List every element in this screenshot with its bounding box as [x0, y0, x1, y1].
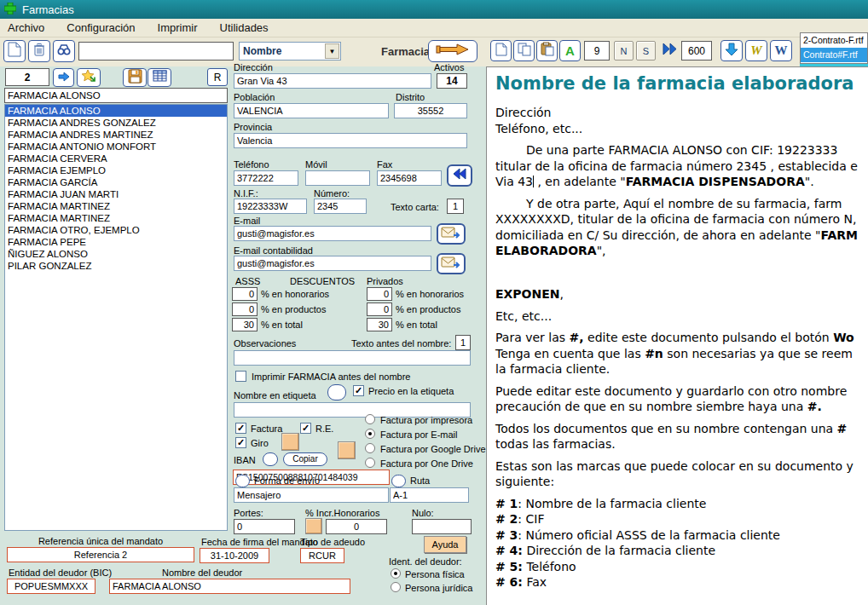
adeudo-input[interactable] — [300, 548, 344, 563]
list-item[interactable]: Contrato#F.rtf — [801, 48, 867, 62]
font-button[interactable]: A — [559, 40, 581, 61]
copy-button[interactable] — [513, 40, 535, 61]
direccion-input[interactable] — [234, 73, 431, 89]
word-blue-icon: W — [775, 43, 788, 58]
factura-checkbox[interactable] — [235, 423, 246, 434]
word-export-button[interactable]: W — [745, 40, 767, 61]
persona-fisica-radio[interactable] — [391, 568, 401, 579]
incr-config-button[interactable] — [305, 518, 322, 534]
etiqueta-options-button[interactable] — [327, 384, 346, 400]
telefono-input[interactable] — [234, 170, 298, 186]
imprimir-checkbox[interactable] — [235, 371, 246, 382]
r-button[interactable]: R — [207, 68, 228, 86]
favorite-button[interactable] — [77, 68, 101, 87]
new-doc-button[interactable] — [490, 40, 512, 61]
list-item[interactable]: FARMACIA ANDRES MARTINEZ — [5, 129, 227, 141]
send-email-cont-button[interactable] — [437, 253, 466, 274]
go-farmacias-button[interactable] — [428, 40, 477, 62]
giro-config-button[interactable] — [281, 433, 299, 451]
search-input[interactable] — [78, 42, 234, 60]
provincia-input[interactable] — [234, 133, 467, 148]
iban-toggle-button[interactable] — [263, 452, 278, 466]
poblacion-input[interactable] — [234, 103, 389, 118]
movil-input[interactable] — [305, 170, 370, 186]
persona-juridica-radio[interactable] — [391, 582, 401, 592]
list-item[interactable]: FARMACIA CERVERA — [5, 153, 227, 164]
word-open-button[interactable]: W — [770, 40, 792, 61]
entidad-input[interactable] — [7, 579, 95, 594]
deudor-input[interactable] — [109, 579, 350, 594]
incr-input[interactable] — [326, 519, 387, 534]
asss-total-value[interactable]: 30 — [232, 318, 258, 331]
envio-input[interactable] — [234, 487, 389, 503]
fax-input[interactable] — [377, 170, 442, 186]
list-item[interactable]: PILAR GONZALEZ — [5, 260, 227, 272]
list-item[interactable]: FARMACIA MARTINEZ — [5, 212, 227, 224]
font-size-input[interactable] — [584, 41, 610, 60]
email-cont-input[interactable] — [234, 256, 431, 271]
ruta-input[interactable] — [390, 487, 469, 503]
factura-onedrive-radio[interactable] — [365, 458, 375, 468]
next-record-button[interactable] — [53, 68, 74, 87]
list-item[interactable]: FARMACIA ALONSO — [5, 105, 227, 117]
record-count-input[interactable] — [5, 68, 49, 86]
distrito-input[interactable] — [394, 103, 467, 118]
list-item[interactable]: FARMACIA GARCÍA — [5, 176, 227, 188]
list-item[interactable]: ÑIGUEZ ALONSO — [5, 248, 227, 260]
menu-imprimir[interactable]: Imprimir — [158, 21, 198, 34]
search-button[interactable] — [53, 40, 75, 62]
observaciones-input[interactable] — [234, 350, 471, 366]
ruta-toggle-button[interactable] — [391, 475, 406, 487]
previous-button[interactable] — [447, 164, 472, 187]
asss-productos-value[interactable]: 0 — [232, 302, 258, 316]
delete-button[interactable] — [28, 40, 50, 62]
giro-checkbox[interactable] — [235, 437, 246, 448]
search-by-select[interactable]: Nombre ▼ — [239, 42, 341, 60]
portes-input[interactable] — [234, 519, 295, 534]
factura-email-radio[interactable] — [365, 429, 375, 439]
ayuda-button[interactable]: Ayuda — [424, 536, 466, 553]
download-button[interactable] — [720, 40, 743, 61]
table-view-button[interactable] — [148, 68, 171, 87]
list-item[interactable]: FARMACIA ANDRES GONZALEZ — [5, 117, 227, 129]
precio-checkbox[interactable] — [353, 385, 364, 396]
send-email-button[interactable] — [437, 223, 466, 245]
referencia-input[interactable] — [7, 547, 194, 562]
factura-impresora-radio[interactable] — [365, 414, 375, 424]
bold-button[interactable]: N — [614, 41, 634, 60]
priv-total-value[interactable]: 30 — [367, 318, 392, 331]
fast-forward-button[interactable] — [658, 40, 680, 61]
email-input[interactable] — [234, 226, 431, 241]
paste-button[interactable] — [536, 40, 558, 61]
re-checkbox[interactable] — [300, 423, 311, 434]
menu-archivo[interactable]: Archivo — [8, 21, 44, 34]
zoom-input[interactable] — [681, 41, 712, 60]
persona-fisica-label: Persona física — [405, 569, 465, 579]
nif-input[interactable] — [234, 199, 307, 214]
numero-input[interactable] — [314, 199, 367, 214]
menu-configuracion[interactable]: Configuración — [67, 21, 135, 34]
list-item[interactable]: FARMACIA JUAN MARTI — [5, 188, 227, 200]
list-item[interactable]: FARMACIA PEPE — [5, 236, 227, 248]
priv-honorarios-value[interactable]: 0 — [367, 287, 392, 301]
fecha-input[interactable] — [200, 548, 269, 563]
name-filter-input[interactable] — [4, 88, 228, 103]
document-preview[interactable]: Nombre de la farmacia elaboradora Direcc… — [486, 66, 868, 605]
list-item[interactable]: FARMACIA ANTONIO MONFORT — [5, 141, 227, 153]
envio-toggle-button[interactable] — [235, 475, 250, 487]
factura-config-button[interactable] — [338, 441, 356, 459]
underline-button[interactable]: S — [636, 41, 656, 60]
list-item[interactable]: FARMACIA EJEMPLO — [5, 164, 227, 176]
factura-gdrive-radio[interactable] — [365, 443, 375, 453]
asss-honorarios-value[interactable]: 0 — [232, 287, 258, 301]
priv-productos-value[interactable]: 0 — [367, 302, 392, 316]
save-button[interactable] — [123, 68, 147, 87]
menu-utilidades[interactable]: Utilidades — [220, 21, 269, 34]
list-item[interactable]: 2-Contrato-F.rtf — [801, 33, 867, 48]
list-item[interactable]: FARMACIA MARTINEZ — [5, 200, 227, 212]
nulo-input[interactable] — [412, 519, 472, 534]
list-item[interactable]: FARMACIA OTRO, EJEMPLO — [5, 224, 227, 236]
copiar-button[interactable]: Copiar — [283, 452, 327, 466]
app-window: Farmacias Archivo Configuración Imprimir… — [0, 0, 868, 605]
new-record-button[interactable] — [3, 40, 26, 62]
